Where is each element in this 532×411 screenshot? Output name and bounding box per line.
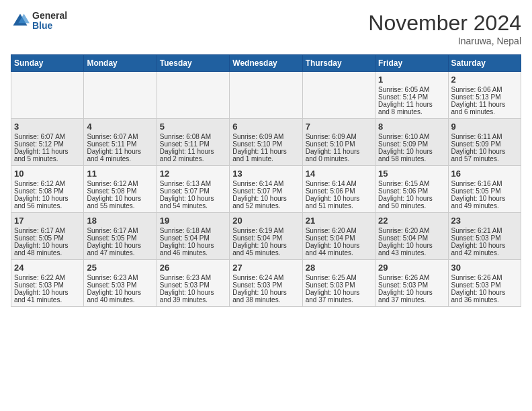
calendar-header-thursday: Thursday (302, 55, 375, 72)
day-info: Sunset: 5:08 PM (14, 187, 81, 195)
day-info: Sunrise: 6:09 AM (306, 133, 372, 140)
calendar-header-sunday: Sunday (11, 55, 84, 72)
day-info: Sunset: 5:10 PM (232, 140, 299, 148)
calendar-week-row: 17Sunrise: 6:17 AMSunset: 5:05 PMDayligh… (11, 213, 521, 260)
day-info: Sunrise: 6:07 AM (87, 133, 153, 140)
calendar-week-row: 1Sunrise: 6:05 AMSunset: 5:14 PMDaylight… (11, 72, 521, 119)
day-info: Sunset: 5:11 PM (87, 140, 153, 148)
day-info: Sunset: 5:07 PM (160, 187, 226, 195)
day-number: 2 (451, 75, 518, 85)
day-info: Sunset: 5:13 PM (451, 93, 518, 101)
month-title: November 2024 (368, 11, 521, 36)
day-info: Sunset: 5:04 PM (232, 234, 299, 242)
day-info: Daylight: 11 hours and 1 minute. (232, 148, 299, 163)
calendar-day-cell: 26Sunrise: 6:23 AMSunset: 5:03 PMDayligh… (157, 260, 229, 307)
day-info: Daylight: 10 hours and 46 minutes. (160, 242, 226, 257)
day-info: Sunset: 5:05 PM (87, 234, 153, 242)
calendar-day-cell: 24Sunrise: 6:22 AMSunset: 5:03 PMDayligh… (11, 260, 84, 307)
calendar-day-cell: 6Sunrise: 6:09 AMSunset: 5:10 PMDaylight… (230, 119, 302, 166)
calendar-day-cell (230, 72, 302, 119)
day-info: Sunrise: 6:09 AM (232, 133, 299, 140)
calendar-day-cell: 27Sunrise: 6:24 AMSunset: 5:03 PMDayligh… (230, 260, 302, 307)
day-info: Sunrise: 6:23 AM (87, 274, 153, 281)
day-info: Daylight: 10 hours and 37 minutes. (306, 289, 372, 304)
calendar-day-cell: 1Sunrise: 6:05 AMSunset: 5:14 PMDaylight… (375, 72, 448, 119)
day-info: Daylight: 10 hours and 51 minutes. (306, 195, 372, 210)
calendar-table: SundayMondayTuesdayWednesdayThursdayFrid… (11, 54, 521, 307)
calendar-header-saturday: Saturday (448, 55, 521, 72)
day-number: 26 (160, 263, 226, 273)
day-info: Sunrise: 6:16 AM (451, 180, 518, 187)
calendar-day-cell: 22Sunrise: 6:20 AMSunset: 5:04 PMDayligh… (375, 213, 448, 260)
calendar-day-cell: 7Sunrise: 6:09 AMSunset: 5:10 PMDaylight… (302, 119, 375, 166)
day-number: 4 (87, 122, 153, 132)
day-info: Sunset: 5:10 PM (306, 140, 372, 148)
day-info: Daylight: 10 hours and 41 minutes. (14, 289, 81, 304)
day-info: Sunrise: 6:17 AM (87, 227, 153, 234)
calendar-day-cell: 2Sunrise: 6:06 AMSunset: 5:13 PMDaylight… (448, 72, 521, 119)
day-number: 17 (14, 216, 81, 226)
day-info: Sunrise: 6:12 AM (87, 180, 153, 187)
logo-blue-text: Blue (32, 21, 67, 31)
day-number: 7 (306, 122, 372, 132)
day-number: 9 (451, 122, 518, 132)
day-number: 28 (306, 263, 372, 273)
calendar-day-cell: 23Sunrise: 6:21 AMSunset: 5:03 PMDayligh… (448, 213, 521, 260)
day-info: Daylight: 10 hours and 38 minutes. (232, 289, 299, 304)
day-info: Sunset: 5:03 PM (451, 281, 518, 289)
day-info: Sunrise: 6:20 AM (378, 227, 445, 234)
calendar-day-cell (157, 72, 229, 119)
day-info: Sunrise: 6:08 AM (160, 133, 226, 140)
day-info: Sunset: 5:11 PM (160, 140, 226, 148)
day-info: Sunset: 5:03 PM (378, 281, 445, 289)
calendar-day-cell (11, 72, 84, 119)
day-info: Sunrise: 6:14 AM (232, 180, 299, 187)
calendar-day-cell (302, 72, 375, 119)
day-number: 13 (232, 169, 299, 179)
day-number: 20 (232, 216, 299, 226)
day-info: Sunrise: 6:26 AM (378, 274, 445, 281)
day-info: Sunset: 5:06 PM (378, 187, 445, 195)
calendar-week-row: 24Sunrise: 6:22 AMSunset: 5:03 PMDayligh… (11, 260, 521, 307)
day-number: 1 (378, 75, 445, 85)
calendar-header-row: SundayMondayTuesdayWednesdayThursdayFrid… (11, 55, 521, 72)
calendar-header-tuesday: Tuesday (157, 55, 229, 72)
calendar-day-cell: 14Sunrise: 6:14 AMSunset: 5:06 PMDayligh… (302, 166, 375, 213)
calendar-day-cell: 21Sunrise: 6:20 AMSunset: 5:04 PMDayligh… (302, 213, 375, 260)
calendar-day-cell: 5Sunrise: 6:08 AMSunset: 5:11 PMDaylight… (157, 119, 229, 166)
day-info: Sunset: 5:03 PM (306, 281, 372, 289)
calendar-header-wednesday: Wednesday (230, 55, 302, 72)
calendar-day-cell: 8Sunrise: 6:10 AMSunset: 5:09 PMDaylight… (375, 119, 448, 166)
day-number: 25 (87, 263, 153, 273)
day-info: Sunset: 5:14 PM (378, 93, 445, 101)
day-info: Daylight: 10 hours and 42 minutes. (451, 242, 518, 257)
logo-text: General Blue (32, 11, 67, 32)
calendar-header-friday: Friday (375, 55, 448, 72)
calendar-day-cell: 12Sunrise: 6:13 AMSunset: 5:07 PMDayligh… (157, 166, 229, 213)
day-info: Daylight: 10 hours and 52 minutes. (232, 195, 299, 210)
calendar-day-cell: 18Sunrise: 6:17 AMSunset: 5:05 PMDayligh… (84, 213, 157, 260)
day-number: 21 (306, 216, 372, 226)
day-info: Sunrise: 6:23 AM (160, 274, 226, 281)
day-info: Sunset: 5:03 PM (160, 281, 226, 289)
day-number: 11 (87, 169, 153, 179)
day-info: Sunrise: 6:15 AM (378, 180, 445, 187)
calendar-day-cell: 19Sunrise: 6:18 AMSunset: 5:04 PMDayligh… (157, 213, 229, 260)
day-info: Daylight: 11 hours and 4 minutes. (87, 148, 153, 163)
day-info: Sunrise: 6:06 AM (451, 86, 518, 93)
day-number: 12 (160, 169, 226, 179)
day-info: Sunrise: 6:20 AM (306, 227, 372, 234)
day-number: 18 (87, 216, 153, 226)
day-number: 5 (160, 122, 226, 132)
day-info: Daylight: 11 hours and 6 minutes. (451, 101, 518, 116)
calendar-day-cell (84, 72, 157, 119)
day-number: 16 (451, 169, 518, 179)
day-info: Sunset: 5:03 PM (14, 281, 81, 289)
day-number: 6 (232, 122, 299, 132)
calendar-day-cell: 28Sunrise: 6:25 AMSunset: 5:03 PMDayligh… (302, 260, 375, 307)
calendar-day-cell: 20Sunrise: 6:19 AMSunset: 5:04 PMDayligh… (230, 213, 302, 260)
calendar-day-cell: 17Sunrise: 6:17 AMSunset: 5:05 PMDayligh… (11, 213, 84, 260)
day-info: Daylight: 11 hours and 5 minutes. (14, 148, 81, 163)
day-info: Daylight: 10 hours and 48 minutes. (14, 242, 81, 257)
day-info: Sunset: 5:08 PM (87, 187, 153, 195)
